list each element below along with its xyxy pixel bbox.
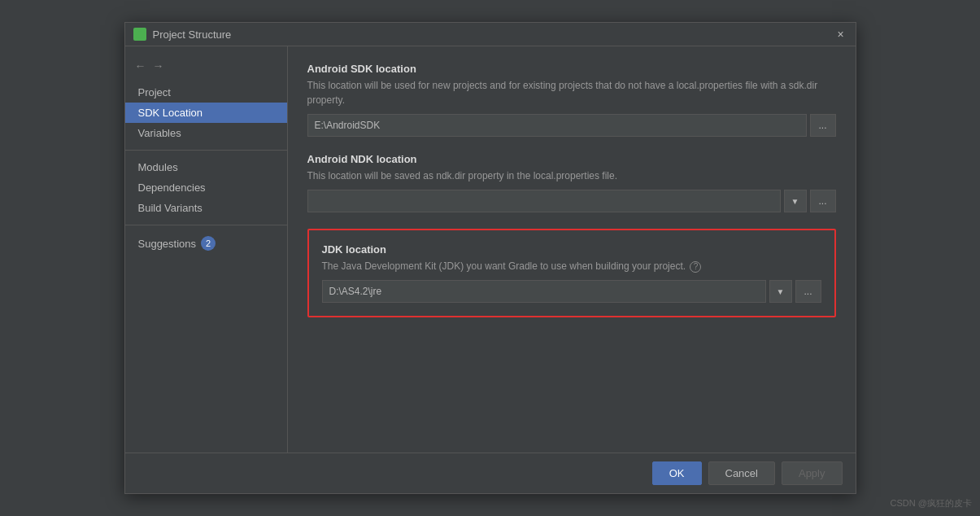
sdk-path-input[interactable] <box>307 114 807 137</box>
jdk-section-title: JDK location <box>322 243 821 256</box>
suggestions-badge: 2 <box>201 236 216 251</box>
ok-button[interactable]: OK <box>652 461 702 485</box>
dialog-footer: OK Cancel Apply <box>125 453 856 493</box>
sdk-browse-button[interactable]: ... <box>810 114 836 137</box>
app-icon <box>133 28 146 41</box>
jdk-input-row: D:\AS4.2\jre ▼ ... <box>322 280 821 303</box>
sdk-input-row: ... <box>307 114 836 137</box>
sidebar-divider <box>125 150 287 151</box>
dialog-title: Project Structure <box>153 28 828 41</box>
ndk-browse-button[interactable]: ... <box>810 190 836 212</box>
sidebar-item-modules[interactable]: Modules <box>125 157 287 177</box>
title-bar: Project Structure × <box>125 23 856 46</box>
ndk-section-desc: This location will be saved as ndk.dir p… <box>307 168 836 183</box>
jdk-help-icon[interactable]: ? <box>690 261 701 273</box>
jdk-section: JDK location The Java Development Kit (J… <box>307 229 836 317</box>
android-ndk-section: Android NDK location This location will … <box>307 153 836 212</box>
sidebar-item-build-variants[interactable]: Build Variants <box>125 198 287 218</box>
sidebar-divider-2 <box>125 225 287 225</box>
nav-arrows: ← → <box>125 55 287 82</box>
project-structure-dialog: Project Structure × ← → Project SDK Loca… <box>124 22 856 494</box>
forward-arrow[interactable]: → <box>151 58 166 74</box>
sidebar-item-dependencies[interactable]: Dependencies <box>125 177 287 198</box>
jdk-section-desc: The Java Development Kit (JDK) you want … <box>322 259 821 273</box>
main-content: Android SDK location This location will … <box>288 46 856 453</box>
sidebar-item-variables[interactable]: Variables <box>125 123 287 143</box>
back-arrow[interactable]: ← <box>133 58 148 74</box>
svg-rect-0 <box>136 34 139 38</box>
jdk-path-value: D:\AS4.2\jre <box>329 286 382 297</box>
ndk-section-title: Android NDK location <box>307 153 836 165</box>
jdk-desc-text: The Java Development Kit (JDK) you want … <box>322 260 686 272</box>
sidebar: ← → Project SDK Location Variables Modul… <box>125 46 288 453</box>
ndk-path-input[interactable] <box>307 190 781 212</box>
jdk-dropdown-arrow[interactable]: ▼ <box>769 280 792 303</box>
sdk-section-desc: This location will be used for new proje… <box>307 78 836 107</box>
cancel-button[interactable]: Cancel <box>708 461 775 485</box>
jdk-browse-button[interactable]: ... <box>795 280 821 303</box>
sidebar-item-sdk-location[interactable]: SDK Location <box>125 103 287 123</box>
sidebar-item-project[interactable]: Project <box>125 82 287 103</box>
ndk-dropdown-arrow[interactable]: ▼ <box>784 190 807 212</box>
dialog-body: ← → Project SDK Location Variables Modul… <box>125 46 856 453</box>
apply-button[interactable]: Apply <box>782 461 843 485</box>
jdk-path-input[interactable]: D:\AS4.2\jre <box>322 280 766 303</box>
close-button[interactable]: × <box>834 28 847 41</box>
sdk-section-title: Android SDK location <box>307 63 836 75</box>
android-sdk-section: Android SDK location This location will … <box>307 63 836 137</box>
ndk-input-row: ▼ ... <box>307 190 836 212</box>
jdk-title-text: JDK location <box>322 243 386 256</box>
watermark: CSDN @疯狂的皮卡 <box>891 497 972 509</box>
suggestions-label: Suggestions <box>138 238 197 250</box>
sidebar-item-suggestions[interactable]: Suggestions 2 <box>125 232 287 255</box>
